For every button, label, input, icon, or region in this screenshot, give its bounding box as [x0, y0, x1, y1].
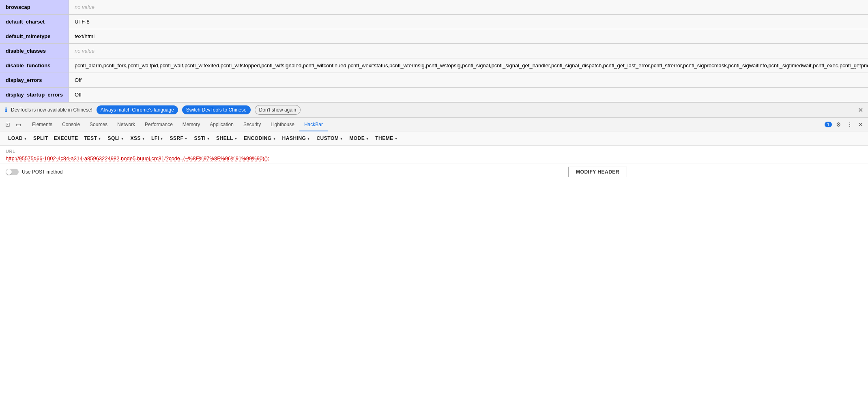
- hackbar-xss-button[interactable]: XSS: [127, 134, 142, 143]
- hackbar-execute-button[interactable]: EXECUTE: [51, 134, 79, 143]
- hackbar-sqli-button[interactable]: SQLI: [104, 134, 120, 143]
- table-key-cell: disable_functions: [0, 58, 69, 73]
- notification-bar: ℹ DevTools is now available in Chinese! …: [0, 102, 868, 118]
- hackbar-custom-dropdown-arrow[interactable]: ▾: [339, 135, 344, 142]
- info-icon: ℹ: [5, 107, 7, 113]
- devtools-tab-lighthouse[interactable]: Lighthouse: [266, 118, 299, 131]
- hackbar-test-group: TEST▾: [81, 134, 103, 143]
- table-row: display_errorsOffOff: [0, 73, 868, 88]
- table-key-cell: browscap: [0, 0, 69, 15]
- hackbar-load-button[interactable]: LOAD: [5, 134, 24, 143]
- notification-text: DevTools is now available in Chinese!: [11, 107, 92, 113]
- devtools-tab-hackbar[interactable]: HackBar: [299, 118, 328, 131]
- hackbar-theme-group: THEME▾: [372, 134, 399, 143]
- hackbar-theme-dropdown-arrow[interactable]: ▾: [394, 135, 399, 142]
- device-toolbar-icon[interactable]: ▭: [14, 120, 23, 129]
- table-value-cell: pcntl_alarm,pcntl_fork,pcntl_waitpid,pcn…: [69, 58, 868, 73]
- hackbar-toolbar: LOAD▾SPLITEXECUTETEST▾SQLI▾XSS▾LFI▾SSRF▾…: [0, 131, 868, 146]
- always-match-lang-button[interactable]: Always match Chrome's language: [97, 105, 178, 114]
- hackbar-sqli-group: SQLI▾: [104, 134, 125, 143]
- hackbar-load-group: LOAD▾: [5, 134, 28, 143]
- hackbar-split-button[interactable]: SPLIT: [30, 134, 49, 143]
- devtools-badge: 1: [825, 122, 832, 127]
- table-row: browscapno valueno value: [0, 0, 868, 15]
- bottom-section: Use POST method MODIFY HEADER: [0, 163, 868, 180]
- toggle-knob: [6, 169, 12, 175]
- devtools-tab-elements[interactable]: Elements: [27, 118, 57, 131]
- devtools-icons: ⊡ ▭: [3, 120, 23, 129]
- table-key-cell: disable_classes: [0, 44, 69, 58]
- hackbar-load-dropdown-arrow[interactable]: ▾: [24, 135, 28, 142]
- hackbar-shell-button[interactable]: SHELL: [213, 134, 234, 143]
- hackbar-theme-button[interactable]: THEME: [372, 134, 394, 143]
- hackbar-ssti-group: SSTI▾: [191, 134, 211, 143]
- switch-devtools-lang-button[interactable]: Switch DevTools to Chinese: [182, 105, 251, 114]
- post-method-toggle[interactable]: [6, 169, 19, 175]
- hackbar-test-dropdown-arrow[interactable]: ▾: [98, 135, 103, 142]
- hackbar-encoding-group: ENCODING▾: [241, 134, 277, 143]
- hackbar-mode-button[interactable]: MODE: [346, 134, 365, 143]
- devtools-tab-console[interactable]: Console: [57, 118, 85, 131]
- hackbar-lfi-dropdown-arrow[interactable]: ▾: [160, 135, 165, 142]
- hackbar-mode-dropdown-arrow[interactable]: ▾: [365, 135, 370, 142]
- table-row: display_startup_errorsOffOff: [0, 88, 868, 102]
- table-key-cell: display_startup_errors: [0, 88, 69, 102]
- devtools-close-icon[interactable]: ✕: [857, 120, 865, 129]
- table-row: disable_classesno valueno value: [0, 44, 868, 58]
- hackbar-test-button[interactable]: TEST: [81, 134, 98, 143]
- hackbar-custom-button[interactable]: CUSTOM: [313, 134, 339, 143]
- hackbar-encoding-button[interactable]: ENCODING: [241, 134, 273, 143]
- modify-header-button[interactable]: MODIFY HEADER: [568, 167, 627, 177]
- table-row: default_mimetypetext/htmltext/html: [0, 29, 868, 44]
- table-key-cell: display_errors: [0, 73, 69, 88]
- hackbar-shell-dropdown-arrow[interactable]: ▾: [234, 135, 239, 142]
- hackbar-encoding-dropdown-arrow[interactable]: ▾: [273, 135, 277, 142]
- hackbar-ssrf-button[interactable]: SSRF: [166, 134, 184, 143]
- hackbar-hashing-button[interactable]: HASHING: [279, 134, 307, 143]
- devtools-tab-memory[interactable]: Memory: [178, 118, 205, 131]
- hackbar-hashing-group: HASHING▾: [279, 134, 312, 143]
- hackbar-sqli-dropdown-arrow[interactable]: ▾: [120, 135, 125, 142]
- hackbar-lfi-button[interactable]: LFI: [148, 134, 160, 143]
- devtools-right-controls: 1 ⚙ ⋮ ✕: [825, 120, 865, 129]
- hackbar-ssrf-group: SSRF▾: [166, 134, 189, 143]
- devtools-tab-security[interactable]: Security: [238, 118, 266, 131]
- table-key-cell: default_charset: [0, 15, 69, 29]
- hackbar-execute-group: EXECUTE: [51, 134, 79, 143]
- url-input[interactable]: [6, 155, 862, 161]
- hackbar-hashing-dropdown-arrow[interactable]: ▾: [307, 135, 312, 142]
- devtools-tab-network[interactable]: Network: [112, 118, 140, 131]
- devtools-settings-icon[interactable]: ⚙: [834, 120, 843, 129]
- devtools-tabbar: ⊡ ▭ ElementsConsoleSourcesNetworkPerform…: [0, 118, 868, 131]
- devtools-tab-sources[interactable]: Sources: [85, 118, 112, 131]
- url-section: URL: [0, 146, 868, 163]
- dont-show-again-button[interactable]: Don't show again: [255, 105, 301, 115]
- table-value-cell: no value: [69, 44, 868, 58]
- devtools-tabs-container: ElementsConsoleSourcesNetworkPerformance…: [27, 118, 328, 131]
- table-key-cell: default_mimetype: [0, 29, 69, 44]
- devtools-tab-performance[interactable]: Performance: [140, 118, 178, 131]
- table-value-cell: text/html: [69, 29, 868, 44]
- table-value-cell: no value: [69, 0, 868, 15]
- hackbar-ssti-button[interactable]: SSTI: [191, 134, 206, 143]
- php-info-table: browscapno valueno valuedefault_charsetU…: [0, 0, 868, 102]
- table-value-cell: Off: [69, 73, 868, 88]
- hackbar-ssrf-dropdown-arrow[interactable]: ▾: [184, 135, 189, 142]
- hackbar-mode-group: MODE▾: [346, 134, 370, 143]
- hackbar-shell-group: SHELL▾: [213, 134, 239, 143]
- hackbar-xss-dropdown-arrow[interactable]: ▾: [142, 135, 146, 142]
- notification-close-icon[interactable]: ✕: [858, 106, 863, 114]
- table-row: disable_functionspcntl_alarm,pcntl_fork,…: [0, 58, 868, 73]
- devtools-tab-application[interactable]: Application: [205, 118, 238, 131]
- table-value-cell: Off: [69, 88, 868, 102]
- hackbar-lfi-group: LFI▾: [148, 134, 165, 143]
- inspect-element-icon[interactable]: ⊡: [3, 120, 12, 129]
- post-method-label: Use POST method: [22, 169, 63, 175]
- url-label: URL: [6, 149, 862, 154]
- table-value-cell: UTF-8: [69, 15, 868, 29]
- table-row: default_charsetUTF-8UTF-8: [0, 15, 868, 29]
- hackbar-custom-group: CUSTOM▾: [313, 134, 344, 143]
- hackbar-split-group: SPLIT: [30, 134, 49, 143]
- hackbar-ssti-dropdown-arrow[interactable]: ▾: [206, 135, 211, 142]
- devtools-more-icon[interactable]: ⋮: [845, 120, 854, 129]
